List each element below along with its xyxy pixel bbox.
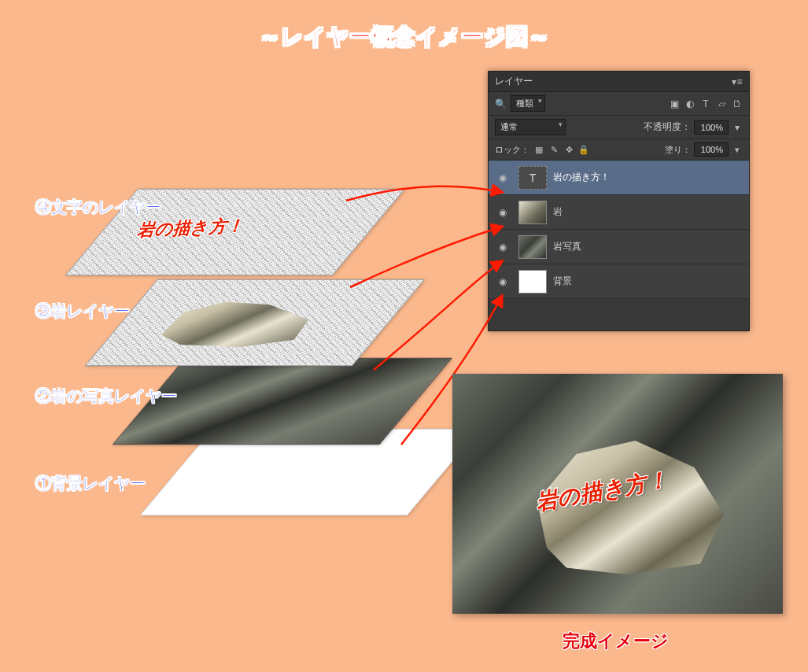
layer-name: 背景: [553, 275, 572, 288]
filter-shape-icon[interactable]: ▱: [716, 98, 727, 109]
panel-header: レイヤー ▾≡: [489, 72, 749, 92]
layer-thumb-rock: [518, 201, 547, 224]
panel-filter-row: 🔍 種類 ▣ ◐ T ▱ 🗋: [489, 92, 749, 116]
layer-thumb-rockphoto: [518, 235, 547, 259]
panel-blend-row: 通常 不透明度： 100% ▾: [489, 116, 749, 139]
lock-all-icon[interactable]: 🔒: [578, 144, 589, 155]
panel-lock-row: ロック： ▦ ✎ ✥ 🔒 塗り： 100% ▾: [489, 139, 749, 161]
opacity-label: 不透明度：: [644, 120, 691, 134]
label-rock-layer: ③岩レイヤー: [35, 301, 130, 322]
filter-smart-icon[interactable]: 🗋: [732, 98, 743, 109]
fill-chevron-icon[interactable]: ▾: [732, 144, 743, 155]
visibility-icon[interactable]: ◉: [493, 207, 512, 218]
layer-item-rockphoto[interactable]: ◉ 岩写真: [489, 230, 749, 264]
lock-trans-icon[interactable]: ▦: [533, 144, 544, 155]
layer-name: 岩: [553, 205, 563, 219]
opacity-chevron-icon[interactable]: ▾: [732, 122, 743, 133]
fill-input[interactable]: 100%: [694, 142, 729, 157]
layer-name: 岩写真: [553, 240, 581, 253]
layer-item-rock[interactable]: ◉ 岩: [489, 195, 749, 230]
layer-list-empty: [489, 299, 749, 330]
filter-adjust-icon[interactable]: ◐: [684, 98, 695, 109]
visibility-icon[interactable]: ◉: [493, 276, 512, 287]
label-photo-layer: ②岩の写真レイヤー: [35, 386, 177, 407]
fill-label: 塗り：: [665, 144, 691, 156]
panel-menu-icon[interactable]: ▾≡: [732, 76, 743, 87]
filter-type-dropdown[interactable]: 種類: [511, 95, 545, 112]
filter-text-icon[interactable]: T: [700, 98, 711, 109]
opacity-input[interactable]: 100%: [694, 120, 729, 135]
lock-move-icon[interactable]: ✥: [563, 144, 574, 155]
lock-label: ロック：: [495, 144, 529, 156]
layer-thumb-white: [518, 270, 547, 294]
layer-thumb-text: T: [518, 166, 547, 190]
final-composite: 岩の描き方！: [452, 374, 783, 614]
lock-paint-icon[interactable]: ✎: [548, 144, 559, 155]
final-caption: 完成イメージ: [563, 630, 669, 653]
layers-panel: レイヤー ▾≡ 🔍 種類 ▣ ◐ T ▱ 🗋 通常 不透明度： 100% ▾ ロ…: [488, 71, 750, 331]
filter-image-icon[interactable]: ▣: [669, 98, 680, 109]
blend-mode-dropdown[interactable]: 通常: [495, 119, 566, 135]
search-icon[interactable]: 🔍: [495, 98, 506, 109]
layer-list: ◉ T 岩の描き方！ ◉ 岩 ◉ 岩写真 ◉ 背景: [489, 161, 749, 330]
visibility-icon[interactable]: ◉: [493, 172, 512, 183]
label-bg-layer: ①背景レイヤー: [35, 473, 146, 494]
diagram-title: ～レイヤー概念イメージ図～: [0, 22, 808, 52]
label-text-layer: ④文字のレイヤー: [35, 197, 161, 218]
visibility-icon[interactable]: ◉: [493, 242, 512, 253]
panel-title: レイヤー: [495, 75, 533, 88]
layer-item-text[interactable]: ◉ T 岩の描き方！: [489, 161, 749, 195]
layer-item-background[interactable]: ◉ 背景: [489, 264, 749, 299]
layer-name: 岩の描き方！: [553, 171, 610, 184]
